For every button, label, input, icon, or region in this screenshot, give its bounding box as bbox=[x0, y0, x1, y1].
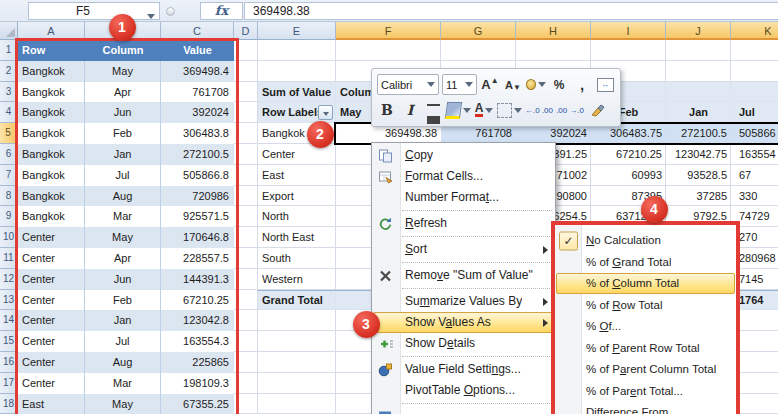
pivot-row-labels: Row Labels bbox=[262, 102, 320, 123]
column-header-I[interactable]: I bbox=[591, 22, 666, 40]
pivot-row-label[interactable]: Grand Total bbox=[262, 290, 334, 311]
submenu-item-label: % of Parent Total... bbox=[586, 381, 683, 403]
name-box[interactable]: F5 bbox=[28, 2, 160, 20]
pivot-value-cell[interactable]: 37285 bbox=[666, 186, 731, 207]
format-painter-icon[interactable] bbox=[587, 100, 607, 120]
submenu-item-difference-from[interactable]: Difference From... bbox=[555, 402, 736, 414]
pivot-value-cell[interactable]: 67210.25 bbox=[591, 144, 666, 165]
submenu-item-label: % of Grand Total bbox=[586, 252, 671, 274]
column-header-G[interactable]: G bbox=[441, 22, 516, 40]
menu-item-sort[interactable]: Sort bbox=[372, 239, 555, 260]
menu-item-label: Value Field Settings... bbox=[405, 359, 521, 380]
italic-icon[interactable]: I bbox=[400, 100, 420, 120]
menu-item-remove-sum-of-value[interactable]: Remove "Sum of Value" bbox=[372, 265, 555, 286]
row-labels-filter-button[interactable] bbox=[318, 105, 333, 120]
font-color-icon[interactable]: A bbox=[474, 100, 494, 120]
copy-icon bbox=[377, 147, 394, 164]
pivot-value-cell[interactable]: 67 bbox=[731, 165, 778, 186]
menu-separator bbox=[402, 288, 552, 289]
submenu-item-label: Difference From... bbox=[586, 402, 678, 414]
submenu-item-label: % of Column Total bbox=[586, 273, 679, 295]
column-header-J[interactable]: J bbox=[666, 22, 731, 40]
font-name-combo[interactable]: Calibri bbox=[377, 74, 439, 95]
column-header-K[interactable]: K bbox=[731, 22, 778, 40]
pivot-row-label[interactable]: Western bbox=[262, 269, 334, 290]
column-header-H[interactable]: H bbox=[516, 22, 591, 40]
menu-item-copy[interactable]: Copy bbox=[372, 145, 555, 166]
submenu-arrow-icon bbox=[543, 246, 548, 254]
bold-icon[interactable]: B bbox=[377, 100, 397, 120]
submenu-item-of-parent-total[interactable]: % of Parent Total... bbox=[555, 381, 736, 403]
insert-function-button[interactable]: fx bbox=[200, 2, 243, 20]
menu-item-summarize-values-by[interactable]: Summarize Values By bbox=[372, 291, 555, 312]
callout-4: 4 bbox=[641, 196, 668, 223]
pivot-value-cell[interactable]: 123042.75 bbox=[666, 144, 731, 165]
pivot-row-label[interactable]: East bbox=[262, 165, 334, 186]
menu-item-format-cells[interactable]: Format Cells... bbox=[372, 166, 555, 187]
menu-item-refresh[interactable]: Refresh bbox=[372, 213, 555, 234]
checkmark-icon: ✓ bbox=[559, 231, 578, 250]
submenu-item-of-parent-column-total[interactable]: % of Parent Column Total bbox=[555, 359, 736, 381]
pivot-row-label[interactable]: South bbox=[262, 248, 334, 269]
pivot-value-cell[interactable]: 330 bbox=[731, 186, 778, 207]
callout-1: 1 bbox=[109, 14, 136, 41]
excel-window: F5 fx 369498.38 ABCDEFGHIJK1234567891011… bbox=[0, 0, 778, 414]
merge-center-icon[interactable]: ↔ bbox=[595, 75, 615, 95]
grow-font-icon[interactable]: A▲ bbox=[480, 75, 500, 95]
increase-decimal-icon[interactable]: ←.0 .00 bbox=[525, 100, 553, 120]
pivot-value-cell[interactable]: 60993 bbox=[591, 165, 666, 186]
submenu-item-label: % Of... bbox=[586, 316, 621, 338]
submenu-item-label: % of Row Total bbox=[586, 295, 663, 317]
menu-item-label: Sort bbox=[405, 239, 427, 260]
callout-2: 2 bbox=[307, 121, 334, 148]
pivot-row-label[interactable]: Export bbox=[262, 186, 334, 207]
menu-item-show-details[interactable]: Show Details bbox=[372, 333, 555, 354]
name-box-dropdown-icon[interactable] bbox=[147, 9, 155, 21]
fx-icon[interactable]: fx bbox=[215, 3, 228, 18]
submenu-arrow-icon bbox=[543, 298, 548, 306]
menu-item-pivottable-options[interactable]: PivotTable Options... bbox=[372, 380, 555, 401]
menu-item-number-format[interactable]: Number Format... bbox=[372, 187, 555, 208]
submenu-item-of-column-total[interactable]: % of Column Total bbox=[555, 273, 736, 295]
center-align-icon[interactable] bbox=[423, 100, 443, 120]
menu-item-partial[interactable] bbox=[372, 406, 555, 414]
menu-item-show-values-as[interactable]: Show Values As bbox=[372, 312, 555, 333]
fill-color-icon[interactable] bbox=[446, 100, 471, 120]
submenu-item-of-row-total[interactable]: % of Row Total bbox=[555, 295, 736, 317]
pivot-value-cell[interactable]: 93528.5 bbox=[666, 165, 731, 186]
formula-input[interactable]: 369498.38 bbox=[244, 2, 778, 20]
submenu-item-no-calculation[interactable]: ✓No Calculation bbox=[555, 230, 736, 252]
mini-toolbar: Calibri 11 A▲ A▼ % , ↔ B I A ←.0 .00 .00… bbox=[371, 68, 621, 127]
menu-separator bbox=[402, 210, 552, 211]
value-field-settings-icon bbox=[377, 361, 394, 378]
mini-toolbar-row-1: Calibri 11 A▲ A▼ % , ↔ bbox=[377, 73, 615, 97]
column-header-E[interactable]: E bbox=[258, 22, 336, 40]
comma-style-icon[interactable]: , bbox=[572, 75, 592, 95]
menu-separator bbox=[402, 236, 552, 237]
decrease-decimal-icon[interactable]: .00 →.0 bbox=[556, 100, 584, 120]
submenu-item-label: % of Parent Column Total bbox=[586, 359, 716, 381]
show-values-as-submenu: ✓No Calculation% of Grand Total% of Colu… bbox=[555, 225, 736, 414]
submenu-item-of[interactable]: % Of... bbox=[555, 316, 736, 338]
shrink-font-icon[interactable]: A▼ bbox=[503, 75, 523, 95]
pivot-row-label[interactable]: North bbox=[262, 206, 334, 227]
formula-bar-grip-icon[interactable] bbox=[166, 7, 175, 16]
submenu-item-of-grand-total[interactable]: % of Grand Total bbox=[555, 252, 736, 274]
remove-icon bbox=[377, 267, 394, 284]
pivot-row-label[interactable]: North East bbox=[262, 227, 334, 248]
font-size-combo[interactable]: 11 bbox=[442, 74, 477, 95]
menu-separator bbox=[402, 356, 552, 357]
filter-dropdown-icon[interactable] bbox=[323, 112, 329, 116]
menu-item-label: Remove "Sum of Value" bbox=[405, 265, 533, 286]
pivot-month-header-Jul[interactable]: Jul bbox=[731, 102, 778, 123]
submenu-item-of-parent-row-total[interactable]: % of Parent Row Total bbox=[555, 338, 736, 360]
annotation-box-source-table bbox=[15, 38, 239, 414]
percent-style-icon[interactable]: % bbox=[549, 75, 569, 95]
menu-item-value-field-settings[interactable]: Value Field Settings... bbox=[372, 359, 555, 380]
pivot-value-cell[interactable]: 163554 bbox=[731, 144, 778, 165]
pivot-month-header-Jan[interactable]: Jan bbox=[666, 102, 731, 123]
column-header-F[interactable]: F bbox=[336, 22, 441, 40]
accounting-format-icon[interactable] bbox=[526, 75, 546, 95]
borders-icon[interactable] bbox=[497, 100, 522, 120]
show-details-icon bbox=[377, 335, 394, 352]
